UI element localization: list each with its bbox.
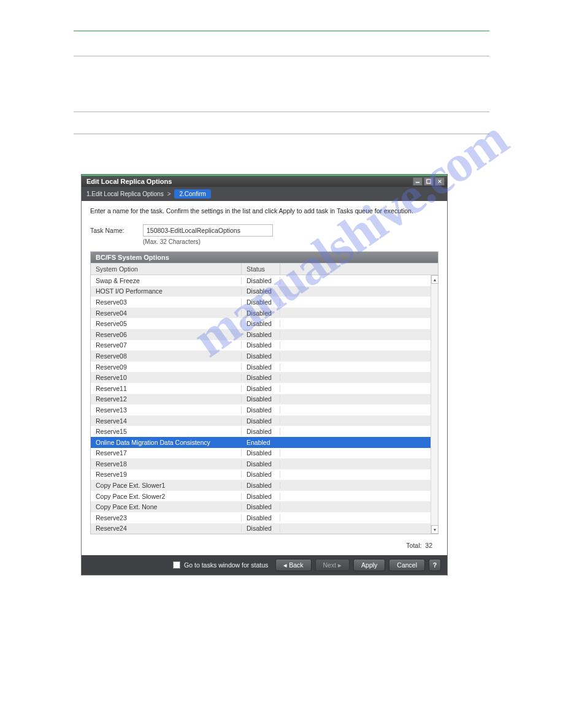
table-row[interactable]: Reserve24Disabled (91, 523, 438, 534)
breadcrumb-step-2: 2.Confirm (174, 189, 210, 199)
table-row[interactable]: Reserve10Disabled (91, 372, 438, 383)
cell-option: Reserve11 (91, 385, 242, 392)
cell-status: Disabled (242, 298, 280, 306)
task-name-hint: (Max. 32 Characters) (143, 238, 273, 245)
cell-status: Disabled (242, 352, 280, 360)
cell-status: Disabled (242, 406, 280, 414)
column-headers: System Option Status (91, 263, 438, 275)
column-header-option[interactable]: System Option (91, 264, 242, 275)
cell-status: Enabled (242, 439, 280, 446)
table-row[interactable]: Reserve08Disabled (91, 351, 438, 362)
table-row[interactable]: Copy Pace Ext. Slower1Disabled (91, 480, 438, 491)
table-row[interactable]: Reserve14Disabled (91, 415, 438, 427)
cell-status: Disabled (242, 525, 280, 532)
cell-status: Disabled (242, 493, 280, 500)
scrollbar[interactable]: ▴ ▾ (431, 275, 438, 534)
instruction-text: Enter a name for the task. Confirm the s… (82, 201, 447, 221)
cell-option: Reserve23 (91, 514, 242, 521)
decorative-line (74, 31, 489, 31)
cell-option: Reserve14 (91, 417, 242, 425)
scroll-up-icon[interactable]: ▴ (431, 275, 439, 284)
table-row[interactable]: Reserve13Disabled (91, 404, 438, 415)
status-checkbox[interactable] (173, 561, 180, 569)
breadcrumb: 1.Edit Local Replica Options > 2.Confirm (82, 187, 447, 201)
table-row[interactable]: Reserve12Disabled (91, 394, 438, 405)
cell-status: Disabled (242, 471, 280, 478)
apply-button[interactable]: Apply (353, 559, 385, 571)
cell-option: Swap & Freeze (91, 277, 242, 284)
cell-option: Reserve19 (91, 471, 242, 478)
breadcrumb-step-1[interactable]: 1.Edit Local Replica Options (86, 191, 164, 197)
cell-status: Disabled (242, 287, 280, 295)
table-row[interactable]: Reserve18Disabled (91, 458, 438, 469)
total-label: Total: (406, 542, 421, 549)
cell-status: Disabled (242, 449, 280, 457)
column-header-status[interactable]: Status (242, 264, 280, 275)
table-row[interactable]: Reserve06Disabled (91, 329, 438, 340)
cell-status: Disabled (242, 395, 280, 403)
cell-status: Disabled (242, 460, 280, 468)
table-row[interactable]: Copy Pace Ext. NoneDisabled (91, 501, 438, 512)
back-button[interactable]: ◂ Back (275, 559, 311, 571)
cancel-button[interactable]: Cancel (389, 559, 425, 571)
minimize-icon[interactable] (413, 177, 423, 186)
cell-status: Disabled (242, 417, 280, 425)
cell-option: Reserve08 (91, 352, 242, 360)
table-row[interactable]: Reserve07Disabled (91, 340, 438, 351)
scroll-down-icon[interactable]: ▾ (431, 525, 439, 534)
decorative-line (74, 134, 489, 134)
table-row[interactable]: Copy Pace Ext. Slower2Disabled (91, 491, 438, 502)
wizard-footer: Go to tasks window for status ◂ Back Nex… (82, 555, 447, 575)
cell-option: Reserve17 (91, 449, 242, 457)
total-line: Total: 32 (82, 538, 447, 555)
breadcrumb-separator: > (167, 191, 171, 197)
table-row[interactable]: HOST I/O PerformanceDisabled (91, 286, 438, 297)
cell-option: Copy Pace Ext. None (91, 503, 242, 510)
cell-option: Online Data Migration Data Consistency (91, 439, 242, 446)
titlebar: Edit Local Replica Options (82, 175, 447, 187)
task-name-label: Task Name: (90, 224, 143, 234)
cell-status: Disabled (242, 277, 280, 284)
cell-status: Disabled (242, 363, 280, 371)
help-button[interactable]: ? (429, 559, 441, 571)
cell-option: Copy Pace Ext. Slower2 (91, 493, 242, 500)
cell-status: Disabled (242, 428, 280, 435)
table-row[interactable]: Reserve09Disabled (91, 362, 438, 373)
task-name-input[interactable] (143, 224, 273, 237)
cell-option: Reserve06 (91, 331, 242, 338)
window-title: Edit Local Replica Options (86, 178, 172, 185)
status-checkbox-wrap[interactable]: Go to tasks window for status (173, 561, 268, 569)
cell-option: Reserve07 (91, 341, 242, 349)
table-row[interactable]: Swap & FreezeDisabled (91, 275, 438, 286)
cell-option: Reserve03 (91, 298, 242, 306)
table-row[interactable]: Reserve23Disabled (91, 512, 438, 523)
table-row[interactable]: Reserve15Disabled (91, 426, 438, 437)
table-title: BC/FS System Options (91, 252, 438, 263)
close-icon[interactable] (435, 177, 445, 186)
table-row[interactable]: Reserve19Disabled (91, 469, 438, 480)
table-row[interactable]: Reserve11Disabled (91, 383, 438, 394)
svg-rect-0 (416, 182, 419, 183)
cell-status: Disabled (242, 385, 280, 392)
svg-rect-1 (427, 180, 431, 183)
cell-status: Disabled (242, 374, 280, 381)
table-row[interactable]: Reserve05Disabled (91, 318, 438, 329)
cell-status: Disabled (242, 320, 280, 327)
cell-option: Reserve15 (91, 428, 242, 435)
cell-status: Disabled (242, 309, 280, 317)
cell-option: Reserve18 (91, 460, 242, 468)
cell-option: Copy Pace Ext. Slower1 (91, 482, 242, 489)
cell-option: Reserve24 (91, 525, 242, 532)
maximize-icon[interactable] (424, 177, 434, 186)
table-row[interactable]: Online Data Migration Data ConsistencyEn… (91, 437, 438, 448)
cell-status: Disabled (242, 331, 280, 338)
cell-status: Disabled (242, 503, 280, 510)
cell-status: Disabled (242, 514, 280, 521)
table-row[interactable]: Reserve03Disabled (91, 297, 438, 308)
total-value: 32 (425, 542, 432, 549)
table-row[interactable]: Reserve17Disabled (91, 448, 438, 459)
table-row[interactable]: Reserve04Disabled (91, 308, 438, 319)
cell-option: Reserve12 (91, 395, 242, 403)
rows-viewport[interactable]: Swap & FreezeDisabledHOST I/O Performanc… (91, 275, 438, 534)
cell-option: Reserve13 (91, 406, 242, 414)
